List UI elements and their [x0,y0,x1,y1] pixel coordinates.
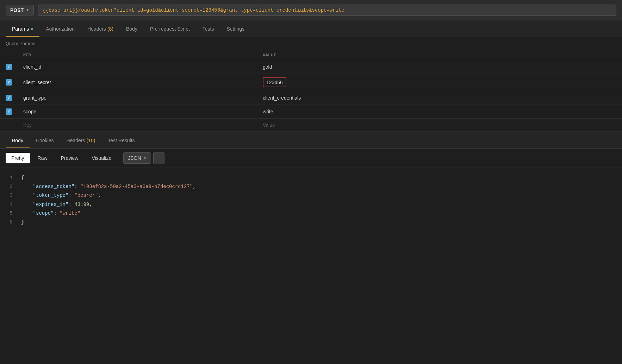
table-row: scope write [0,105,622,119]
params-dot [31,28,33,30]
row-checkbox-1[interactable] [6,79,12,86]
line-number: 6 [6,218,13,227]
code-line-1: 1 { [0,174,622,182]
body-toolbar: Pretty Raw Preview Visualize JSON ▼ ≡ [0,149,622,168]
row-key-3[interactable]: scope [18,105,257,119]
code-content: "scope": "write" [21,209,616,218]
placeholder-key[interactable]: Key [18,119,257,132]
json-format-dropdown[interactable]: JSON ▼ [123,152,151,164]
line-number: 3 [6,191,13,200]
code-line-4: 4 "expires_in": 43199, [0,200,622,209]
response-tab-cookies[interactable]: Cookies [30,133,60,148]
table-row: grant_type client_credentials [0,91,622,105]
tab-body[interactable]: Body [120,21,144,37]
code-line-6: 6 } [0,218,622,227]
row-key-0[interactable]: client_id [18,60,257,74]
line-number: 1 [6,174,13,182]
table-row: client_secret 123456 [0,74,622,91]
method-label: POST [10,7,24,13]
wrap-button[interactable]: ≡ [153,152,164,164]
response-tabs: Body Cookies Headers(10) Test Results [0,132,622,149]
request-tabs: Params Authorization Headers(8) Body Pre… [0,20,622,37]
url-input[interactable] [38,5,616,16]
line-number: 5 [6,209,13,218]
row-value-2[interactable]: client_credentials [257,91,622,105]
format-preview[interactable]: Preview [55,153,84,163]
row-key-2[interactable]: grant_type [18,91,257,105]
code-content: "token_type": "bearer", [21,191,616,200]
row-checkbox-3[interactable] [6,108,12,115]
line-number: 4 [6,200,13,209]
format-visualize[interactable]: Visualize [86,153,117,163]
col-key: KEY [18,50,257,60]
response-body-code: 1 { 2 "access_token": "103ef82a-50a2-45a… [0,168,622,232]
query-params-label: Query Params [0,37,622,50]
tab-params[interactable]: Params [6,21,39,37]
code-line-3: 3 "token_type": "bearer", [0,191,622,200]
table-row-placeholder: Key Value [0,119,622,132]
row-key-1[interactable]: client_secret [18,74,257,91]
url-bar: POST ▼ [0,0,622,20]
format-pretty[interactable]: Pretty [6,153,30,163]
row-value-1[interactable]: 123456 [257,74,622,91]
chevron-down-icon: ▼ [26,8,29,12]
line-number: 2 [6,182,13,191]
highlighted-value[interactable]: 123456 [263,77,286,87]
tab-prerequest[interactable]: Pre-request Script [144,21,196,37]
code-content: "access_token": "103ef82a-50a2-45a3-a0e9… [21,182,616,191]
placeholder-value[interactable]: Value [257,119,622,132]
tab-authorization[interactable]: Authorization [39,21,81,37]
chevron-down-icon: ▼ [143,156,147,160]
response-headers-badge: (10) [86,138,95,143]
row-value-3[interactable]: write [257,105,622,119]
code-content: } [21,218,616,227]
tab-tests[interactable]: Tests [196,21,220,37]
code-content: "expires_in": 43199, [21,200,616,209]
table-row: client_id gold [0,60,622,74]
col-value: VALUE [257,50,622,60]
response-tab-headers[interactable]: Headers(10) [60,133,102,148]
col-checkbox [0,50,18,60]
headers-badge: (8) [107,26,113,32]
code-content: { [21,174,616,182]
response-tab-test-results[interactable]: Test Results [101,133,141,148]
row-checkbox-0[interactable] [6,64,12,70]
tab-headers[interactable]: Headers(8) [81,21,120,37]
method-dropdown[interactable]: POST ▼ [6,5,34,15]
format-raw[interactable]: Raw [32,153,53,163]
code-line-5: 5 "scope": "write" [0,209,622,218]
row-checkbox-2[interactable] [6,95,12,101]
response-tab-body[interactable]: Body [6,133,30,148]
tab-settings[interactable]: Settings [220,21,251,37]
query-params-table: KEY VALUE client_id gold client_secret 1… [0,50,622,132]
code-line-2: 2 "access_token": "103ef82a-50a2-45a3-a0… [0,182,622,191]
row-value-0[interactable]: gold [257,60,622,74]
